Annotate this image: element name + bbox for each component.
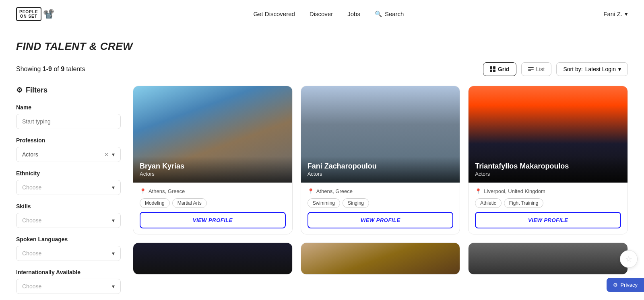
filters-heading: ⚙ Filters xyxy=(16,86,121,95)
page-content: FIND TALENT & CREW Showing 1-9 of 9 tale… xyxy=(0,28,644,300)
profession-value: Actors xyxy=(22,151,38,158)
card-body: 📍 Athens, Greece Modeling Martial Arts V… xyxy=(133,183,292,234)
privacy-button[interactable]: ⚙ Privacy xyxy=(607,278,644,292)
filters-label: Filters xyxy=(26,86,47,95)
privacy-icon: ⚙ xyxy=(613,282,618,288)
card-photo: Bryan Kyrias Actors xyxy=(133,86,292,183)
logo[interactable]: PEOPLE ON SET 📽️ xyxy=(16,7,54,21)
card-tags: Swimming Singing xyxy=(308,198,454,208)
nav-discover[interactable]: Discover xyxy=(310,10,333,17)
tag: Swimming xyxy=(308,198,340,208)
card-location: 📍 Athens, Greece xyxy=(308,188,454,194)
card-overlay: Fani Zacharopoulou Actors xyxy=(301,156,460,183)
user-menu[interactable]: Fani Z. ▾ xyxy=(603,10,628,18)
grid-view-button[interactable]: Grid xyxy=(483,62,516,76)
card-body: 📍 Liverpool, United Kingdom Athletic Fig… xyxy=(469,183,627,234)
filter-languages-label: Spoken Languages xyxy=(16,236,121,242)
card-overlay: Triantafyllos Makaropoulos Actors xyxy=(469,156,627,183)
talent-role: Actors xyxy=(308,171,454,177)
search-icon: 🔍 xyxy=(375,10,382,18)
view-profile-button[interactable]: VIEW PROFILE xyxy=(475,212,621,228)
filter-skills-label: Skills xyxy=(16,203,121,210)
name-input[interactable] xyxy=(16,114,121,129)
talent-role: Actors xyxy=(140,171,286,177)
ethnicity-placeholder: Choose xyxy=(22,184,41,191)
nav-search[interactable]: 🔍 Search xyxy=(375,10,404,18)
talent-card: Fani Zacharopoulou Actors 📍 Athens, Gree… xyxy=(301,86,460,234)
location-icon: 📍 xyxy=(140,188,146,194)
tag: Athletic xyxy=(475,198,501,208)
chevron-down-icon: ▾ xyxy=(625,10,628,18)
languages-placeholder: Choose xyxy=(22,250,41,257)
talent-grid-area: Bryan Kyrias Actors 📍 Athens, Greece Mod… xyxy=(133,86,628,300)
talent-card xyxy=(301,242,460,275)
filter-name-label: Name xyxy=(16,104,121,111)
location-icon: 📍 xyxy=(475,188,481,194)
filter-intl-label: Internationally Available xyxy=(16,269,121,275)
card-tags: Modeling Martial Arts xyxy=(140,198,286,208)
view-profile-button[interactable]: VIEW PROFILE xyxy=(308,212,454,228)
ethnicity-chevron-icon xyxy=(112,184,115,191)
sort-chevron-icon: ▾ xyxy=(618,66,621,72)
view-profile-button[interactable]: VIEW PROFILE xyxy=(140,212,286,228)
filter-internationally-available: Internationally Available Choose xyxy=(16,269,121,294)
results-bar: Showing 1-9 of 9 talents Grid List Sort … xyxy=(16,62,628,76)
filter-ethnicity: Ethnicity Choose xyxy=(16,170,121,195)
location-text: Athens, Greece xyxy=(149,188,185,194)
wishlist-button[interactable]: ☆ xyxy=(620,250,638,268)
filter-skills: Skills Choose xyxy=(16,203,121,228)
filter-spoken-languages: Spoken Languages Choose xyxy=(16,236,121,261)
talent-role: Actors xyxy=(475,171,621,177)
ethnicity-select[interactable]: Choose xyxy=(16,180,121,195)
tag: Fight Training xyxy=(504,198,544,208)
tag: Singing xyxy=(343,198,369,208)
tag: Modeling xyxy=(140,198,170,208)
star-icon: ☆ xyxy=(625,254,632,264)
location-text: Athens, Greece xyxy=(316,188,353,194)
talent-card xyxy=(468,242,628,275)
skills-select[interactable]: Choose xyxy=(16,213,121,228)
user-name: Fani Z. xyxy=(603,10,622,17)
results-text: Showing 1-9 of 9 talents xyxy=(16,66,85,73)
card-location: 📍 Athens, Greece xyxy=(140,188,286,194)
profession-select[interactable]: Actors ✕ xyxy=(16,147,121,162)
sort-button[interactable]: Sort by: Latest Login ▾ xyxy=(556,62,628,76)
privacy-label: Privacy xyxy=(620,282,638,288)
card-photo: Triantafyllos Makaropoulos Actors xyxy=(469,86,627,183)
results-range: 1-9 xyxy=(43,66,52,72)
languages-chevron-icon xyxy=(112,250,115,257)
talent-name: Fani Zacharopoulou xyxy=(308,162,454,171)
nav-links: Get Discovered Discover Jobs 🔍 Search xyxy=(253,10,404,18)
intl-placeholder: Choose xyxy=(22,283,41,290)
card-tags: Athletic Fight Training xyxy=(475,198,621,208)
filter-profession: Profession Actors ✕ xyxy=(16,137,121,162)
navbar: PEOPLE ON SET 📽️ Get Discovered Discover… xyxy=(0,0,644,28)
talent-card: Triantafyllos Makaropoulos Actors 📍 Live… xyxy=(468,86,628,234)
view-sort-controls: Grid List Sort by: Latest Login ▾ xyxy=(483,62,628,76)
profession-clear-icon[interactable]: ✕ xyxy=(104,152,109,158)
filter-ethnicity-label: Ethnicity xyxy=(16,170,121,177)
tag: Martial Arts xyxy=(172,198,207,208)
intl-select[interactable]: Choose xyxy=(16,279,121,294)
page-title: FIND TALENT & CREW xyxy=(16,40,628,53)
grid-icon xyxy=(490,66,495,72)
sort-label: Sort by: xyxy=(563,66,582,72)
skills-chevron-icon xyxy=(112,217,115,224)
card-location: 📍 Liverpool, United Kingdom xyxy=(475,188,621,194)
list-icon xyxy=(528,66,534,72)
sort-value: Latest Login xyxy=(585,66,616,72)
card-overlay: Bryan Kyrias Actors xyxy=(133,156,292,183)
languages-select[interactable]: Choose xyxy=(16,246,121,261)
results-count: 9 xyxy=(61,66,64,72)
location-icon: 📍 xyxy=(308,188,314,194)
list-view-button[interactable]: List xyxy=(521,62,552,76)
main-layout: ⚙ Filters Name Profession Actors ✕ xyxy=(16,86,628,300)
filter-name: Name xyxy=(16,104,121,129)
talent-card xyxy=(133,242,293,275)
nav-jobs[interactable]: Jobs xyxy=(347,10,360,17)
card-photo: Fani Zacharopoulou Actors xyxy=(301,86,460,183)
logo-icon: 📽️ xyxy=(43,9,54,19)
card-photo xyxy=(133,243,292,274)
logo-text-onset: ON SET xyxy=(19,14,38,18)
nav-get-discovered[interactable]: Get Discovered xyxy=(253,10,295,17)
